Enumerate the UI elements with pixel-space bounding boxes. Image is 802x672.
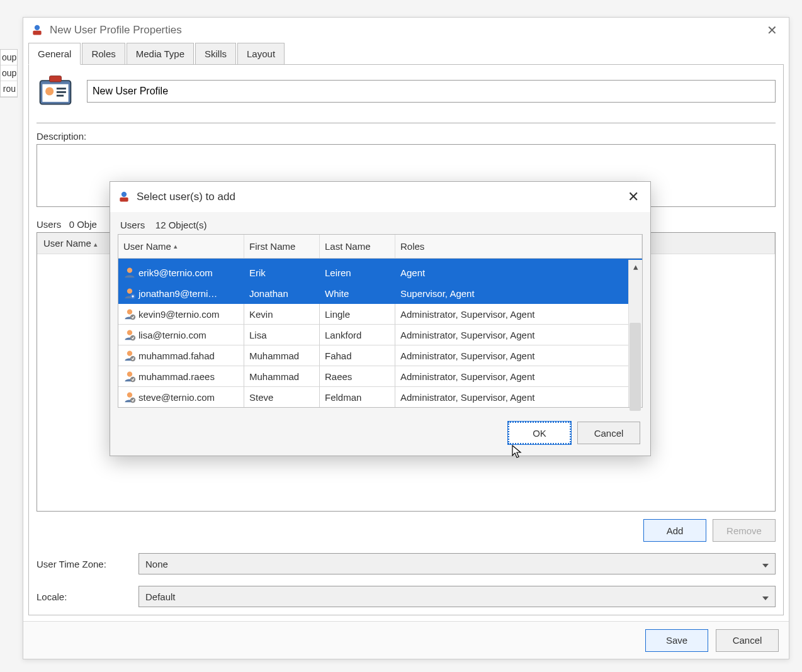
cell-username: muhammad.raees [118,366,244,387]
add-button[interactable]: Add [643,519,706,542]
modal-titlebar: Select user(s) to add ✕ [110,182,650,212]
svg-point-20 [130,356,135,361]
cell-firstname: Lisa [244,325,320,345]
profile-name-input[interactable] [87,80,776,103]
table-row[interactable]: erik9@ternio.comErikLeirenAgent [118,262,642,283]
locale-dropdown[interactable]: Default [138,586,776,607]
svg-point-14 [132,295,133,297]
users-button-row: Add Remove [37,519,776,542]
cell-username: steve@ternio.com [118,387,244,407]
grid-header-row: User Name ▴ First Name Last Name Roles [118,235,642,259]
tab-media-type[interactable]: Media Type [127,43,194,65]
cancel-button[interactable]: Cancel [716,629,779,652]
scrollbar[interactable]: ▴ ▾ [628,260,642,407]
cell-username: jonathan9@terni… [118,283,244,304]
modal-subheader: Users 12 Object(s) [110,212,650,234]
cell-username: erik9@ternio.com [118,262,244,283]
cell-lastname: Fahad [320,345,395,366]
modal-title: Select user(s) to add [137,191,624,203]
tab-layout[interactable]: Layout [237,43,285,65]
grid-body[interactable]: erik9@ternio.comErikLeirenAgentjonathan9… [118,259,642,407]
col-roles[interactable]: Roles [395,235,642,258]
window-title: New User Profile Properties [50,24,762,36]
col-lastname[interactable]: Last Name [320,235,395,258]
svg-rect-10 [120,198,128,202]
table-row[interactable]: lisa@ternio.comLisaLankfordAdministrator… [118,325,642,345]
cell-lastname: White [320,283,395,304]
scroll-up-icon[interactable]: ▴ [631,262,640,271]
cell-roles: Administrator, Supervisor, Agent [395,345,642,366]
ok-button[interactable]: OK [508,422,571,444]
svg-point-0 [35,25,40,30]
svg-point-19 [127,351,132,356]
svg-point-21 [127,372,132,377]
table-row[interactable]: kevin9@ternio.comKevinLingleAdministrato… [118,304,642,325]
svg-point-9 [121,192,127,197]
svg-point-23 [127,393,132,398]
app-icon [31,24,43,36]
cell-firstname: Kevin [244,304,320,325]
close-icon[interactable]: ✕ [624,189,643,205]
close-icon[interactable]: ✕ [762,23,781,38]
tab-general[interactable]: General [28,43,81,65]
svg-point-12 [127,289,132,294]
svg-rect-8 [50,76,62,82]
tab-skills[interactable]: Skills [195,43,236,65]
cell-roles: Agent [395,262,642,283]
col-firstname[interactable]: First Name [244,235,320,258]
table-row[interactable]: steve@ternio.comSteveFeldmanAdministrato… [118,387,642,407]
titlebar: New User Profile Properties ✕ [23,18,789,43]
cell-lastname: Lankford [320,325,395,345]
cell-roles: Administrator, Supervisor, Agent [395,304,642,325]
sort-indicator-icon: ▴ [174,242,178,250]
table-row[interactable]: muhammad.raeesMuhammadRaeesAdministrator… [118,366,642,387]
cell-username: lisa@ternio.com [118,325,244,345]
profile-header [37,72,776,123]
chevron-down-icon [762,591,769,602]
svg-point-11 [127,268,132,273]
save-button[interactable]: Save [645,629,708,652]
cell-lastname: Leiren [320,262,395,283]
dialog-footer: Save Cancel [23,621,789,659]
tab-roles[interactable]: Roles [82,43,125,65]
select-users-dialog: Select user(s) to add ✕ Users 12 Object(… [110,181,651,456]
timezone-label: User Time Zone: [37,559,131,569]
cell-firstname: Muhammad [244,345,320,366]
svg-point-18 [130,335,135,340]
timezone-dropdown[interactable]: None [138,553,776,574]
profile-badge-icon [37,72,74,110]
cell-username: muhammad.fahad [118,345,244,366]
cell-roles: Administrator, Supervisor, Agent [395,325,642,345]
svg-point-22 [130,377,135,382]
scroll-thumb[interactable] [630,323,641,411]
cell-username: kevin9@ternio.com [118,304,244,325]
tabstrip: General Roles Media Type Skills Layout [23,43,789,65]
chevron-down-icon [762,559,769,569]
cell-firstname: Jonathan [244,283,320,304]
cancel-button[interactable]: Cancel [577,422,640,444]
svg-rect-6 [57,91,66,93]
app-icon [118,191,130,203]
col-username[interactable]: User Name ▴ [118,235,244,258]
locale-label: Locale: [37,591,131,602]
svg-rect-5 [57,87,66,89]
background-table-fragment: oup oup rou [0,49,18,98]
cell-roles: Administrator, Supervisor, Agent [395,366,642,387]
timezone-row: User Time Zone: None [37,553,776,574]
cell-firstname: Erik [244,262,320,283]
svg-point-16 [130,315,135,320]
sort-indicator-icon: ▴ [94,240,98,248]
remove-button: Remove [713,519,776,542]
cell-lastname: Feldman [320,387,395,407]
cell-firstname: Muhammad [244,366,320,387]
modal-button-row: OK Cancel [110,414,650,456]
svg-point-24 [130,398,135,403]
cell-lastname: Raees [320,366,395,387]
locale-row: Locale: Default [37,586,776,607]
svg-rect-7 [57,95,64,97]
cell-roles: Supervisor, Agent [395,283,642,304]
table-row[interactable]: muhammad.fahadMuhammadFahadAdministrator… [118,345,642,366]
cell-firstname: Steve [244,387,320,407]
table-row[interactable]: jonathan9@terni…JonathanWhiteSupervisor,… [118,283,642,304]
svg-point-15 [127,310,132,315]
